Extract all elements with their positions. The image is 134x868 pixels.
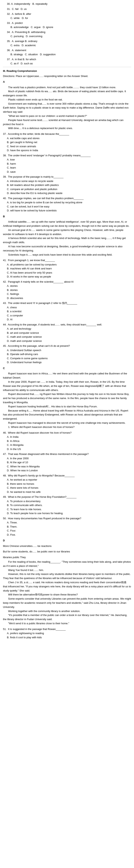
- passage-b-line-2: An annual goal of AI...... wants in some…: [3, 228, 131, 237]
- question-48-reading: 48. Why did Rupert's family go to Mongol…: [3, 474, 131, 494]
- question-32-ab: 32. A. before B. after: [7, 12, 131, 16]
- passage-d: libraries public They For the reading of…: [3, 555, 131, 626]
- passage-d-libraries-line: libraries public They: [3, 555, 131, 560]
- question-30-options: 30. A. independently B. repeatedly: [3, 2, 131, 6]
- passage-b: Artificial satellite...... we up with th…: [3, 220, 131, 257]
- question-37-cloze: 37. A. in that B. for which C. as if D. …: [3, 57, 131, 65]
- passage-d-line-9: "We'd send it to a public libraries clos…: [3, 621, 131, 626]
- question-47-reading: 47. That was Rowan diagnosed with the il…: [3, 452, 131, 472]
- passage-b-line-4: AI has now become successful at designin…: [3, 245, 131, 253]
- question-37-reading: 37. According to the writer, birds die b…: [3, 132, 131, 152]
- passage-c-line-6: Rupert Isaacson has managed to discover …: [3, 421, 131, 425]
- question-38-reading: 38. The under-lined word 'endanger' in P…: [3, 154, 131, 174]
- question-42-reading: 42. Paragraph 4 mainly tells on the scie…: [3, 280, 131, 300]
- question-43-reading: 43. The under-lined word 'it' in paragra…: [3, 301, 131, 321]
- passage-a-line-1: The world has a plastics problem. And no…: [3, 86, 131, 90]
- question-49-reading: 49. What is the purpose of The Horse Boy…: [3, 495, 131, 515]
- passage-c-line-3: Rupert discovered that....... ng Rupert …: [3, 392, 131, 404]
- question-32-cd: C. while D. for: [7, 16, 131, 20]
- question-33: 33. A. predict B. acknowledge C. argue D…: [3, 21, 131, 29]
- option-31: 31. C. fail D. us: [7, 7, 131, 11]
- passage-a-line-7: With time.... It is a delicious replacem…: [3, 126, 131, 130]
- passage-d-note1: More Chinese universities...... be react…: [3, 544, 131, 548]
- passage-d-note2: But for some students, do...... be publi…: [3, 550, 131, 554]
- question-32: 32. A. before B. after C. while D. for: [3, 12, 131, 20]
- section-iii-title: III. Reading Comprehension: [3, 69, 131, 73]
- passage-b-line-5: Scientists hope it...... ways and tools …: [3, 253, 131, 257]
- passage-d-line-8: "It's possible that a member of the publ…: [3, 613, 131, 621]
- question-36: 36. A. statement B. strategy C. situatio…: [3, 49, 131, 56]
- passage-c-line-1: Rupert Isaacson was born in Africa......…: [3, 372, 131, 380]
- question-35: 35. A. average B. ordinary C. extra D. a…: [3, 39, 131, 47]
- passage-b-line-3: A famous British scientist also we set f…: [3, 236, 131, 245]
- page-wrapper: 30. A. independently B. repeatedly 31. C…: [3, 2, 131, 639]
- passage-d-line-5: Will there be alternative替代性power to sha…: [3, 593, 131, 597]
- passage-c: Rupert Isaacson was born in Africa......…: [3, 372, 131, 429]
- question-31: 31. C. fail D. us: [3, 7, 131, 11]
- passage-a-line-6: People have found some testt........ sci…: [3, 118, 131, 126]
- passage-c-label: C: [3, 366, 131, 370]
- question-34: 34. A. Preventing B. withstanding C. pur…: [3, 30, 131, 38]
- question-39-reading: 39. The purpose of the passage is mainly…: [3, 175, 131, 195]
- section-iii-instruction: Directions: Place an Uppercase...... res…: [3, 74, 131, 78]
- passage-d-line-2: Wang Yue found it bot....... him.: [3, 568, 131, 572]
- passage-d-line-6: Some experts consider that university Li…: [3, 597, 131, 609]
- passage-b-line-1: Artificial satellite...... we up with th…: [3, 220, 131, 228]
- passage-c-line-4: Rupert Isaacson hosting festivals时... Hi…: [3, 405, 131, 409]
- passage-c-line-5: Because writing it...... Home about trav…: [3, 409, 131, 421]
- passage-a-line-3: Plastic rubbish even ends up in the food…: [3, 98, 131, 102]
- question-40-reading: 40. The passage implies, we can tell tha…: [3, 196, 131, 213]
- passage-c-line-7: 1. Where did Rupert Isaacson discover hi…: [3, 425, 131, 429]
- question-45-reading: 45. According to the passage, what can't…: [3, 344, 131, 364]
- passage-b-label: B: [3, 215, 131, 218]
- passage-c-line-2: In the year 2000, Rupert ran ...... in I…: [3, 380, 131, 392]
- question-51-reading: 51. It is suggested in the passage that …: [3, 627, 131, 640]
- passage-a: The world has a plastics problem. And no…: [3, 86, 131, 131]
- question-41-reading: 41. From paragraph 1, we know that______…: [3, 258, 131, 279]
- question-44-reading: 44. According to the passage, if student…: [3, 323, 131, 343]
- passage-a-line-5: "What we need to pass on to our children…: [3, 114, 131, 118]
- option-30-a: 30. A. independently B. repeatedly: [7, 2, 131, 6]
- passage-d-line-4: Chen J in 35, a st...... e said. He noti…: [3, 581, 131, 593]
- passage-a-line-2: Much of plastic rubbish finds its wa....…: [3, 89, 131, 98]
- passage-a-line-4: Government are realising that...... is e…: [3, 102, 131, 114]
- passage-d-line-1: For the reading of books, the reading___…: [3, 560, 131, 568]
- passage-d-line-7: Working together with the community libr…: [3, 609, 131, 613]
- question-50-reading: 50. How many documentaries has Rupert pr…: [3, 517, 131, 537]
- passage-d-label: D: [3, 538, 131, 542]
- question-46-reading: 46. Where did Rupert Isaacson discover h…: [3, 431, 131, 451]
- passage-a-label: A: [3, 80, 131, 84]
- passage-d-line-3: However, this is not the only reason why…: [3, 572, 131, 581]
